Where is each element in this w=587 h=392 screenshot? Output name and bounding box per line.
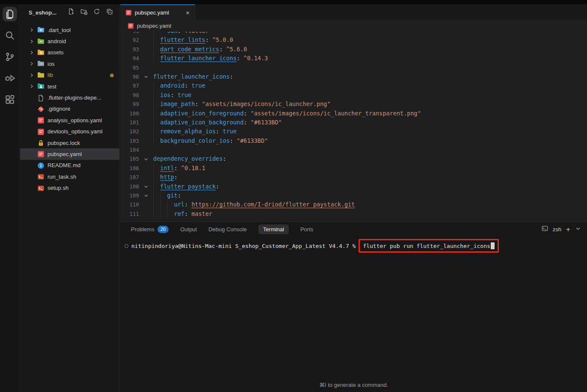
code-line-111[interactable]: 111ref: master — [120, 209, 587, 218]
refresh-icon[interactable] — [93, 8, 100, 17]
code-line-92[interactable]: 92flutter_lints: ^5.0.0 — [120, 35, 587, 44]
activitybar-extensions[interactable] — [3, 92, 17, 107]
chevron-down-icon[interactable] — [575, 226, 581, 233]
code-line-103[interactable]: 103background_color_ios: "#6133BD" — [120, 136, 587, 145]
code-line-110[interactable]: 110url: https://github.com/I-driod/flutt… — [120, 200, 587, 209]
code-text: flutter_launcher_icons: ^0.14.3 — [153, 54, 587, 63]
code-line-105[interactable]: 105dependency_overrides: — [120, 154, 587, 163]
run-debug-icon — [5, 73, 15, 83]
file-icon-shell — [37, 173, 44, 180]
fold-chevron-icon[interactable] — [139, 154, 153, 163]
tree-item-ios[interactable]: iOSios — [20, 58, 119, 69]
yaml-file-icon — [125, 9, 132, 16]
line-number: 98 — [120, 91, 139, 100]
code-line-98[interactable]: 98ios: true — [120, 91, 587, 100]
source-control-icon — [5, 52, 15, 62]
panel-tab-problems[interactable]: Problems20 — [131, 226, 169, 233]
file-icon-git — [37, 106, 44, 112]
panel-tab-output[interactable]: Output — [180, 226, 197, 233]
tree-item-lib[interactable]: lib — [20, 70, 119, 81]
activitybar-run-debug[interactable] — [3, 71, 17, 85]
line-number: 93 — [120, 45, 139, 54]
tree-item--flutter-plugins-depe-[interactable]: .flutter-plugins-depe... — [20, 92, 119, 103]
close-icon[interactable]: × — [185, 9, 190, 17]
code-line-102[interactable]: 102remove_alpha_ios: true — [120, 127, 587, 136]
terminal-prompt-line[interactable]: nitinpindoriya@Nitins-Mac-mini S_eshop_C… — [125, 239, 499, 253]
folder-icon-ios: iOS — [37, 60, 44, 67]
tree-item-label: analysis_options.yaml — [47, 117, 102, 124]
highlight-annotation-box: flutter pub run flutter_launcher_icons — [359, 239, 498, 253]
code-line-106[interactable]: 106intl: ^0.18.1 — [120, 164, 587, 173]
editor-area: pubspec.yaml × pubspec.yaml 91sdk: flutt… — [120, 4, 587, 392]
activitybar-explorer[interactable] — [3, 7, 17, 21]
code-line-101[interactable]: 101adaptive_icon_background: "#6133BD" — [120, 118, 587, 127]
panel-tab-terminal[interactable]: Terminal — [258, 224, 289, 234]
tree-item-readme-md[interactable]: README.md — [20, 160, 119, 171]
code-line-99[interactable]: 99image_path: "assets/images/icons/ic_la… — [120, 100, 587, 109]
tree-item-label: devtools_options.yaml — [47, 128, 103, 135]
panel-tab-ports[interactable]: Ports — [300, 226, 313, 233]
chevron-right-icon[interactable] — [29, 27, 37, 33]
panel-tab-label: Ports — [300, 226, 313, 233]
new-folder-icon[interactable] — [80, 8, 87, 17]
tree-item-run-task-sh[interactable]: run_task.sh — [20, 171, 119, 182]
file-icon-yaml — [37, 117, 44, 124]
code-line-107[interactable]: 107http: — [120, 173, 587, 182]
chevron-right-icon[interactable] — [29, 50, 37, 56]
panel-tab-label: Terminal — [263, 226, 284, 233]
bottom-panel: Problems20OutputDebug ConsoleTerminalPor… — [120, 221, 587, 392]
code-line-91[interactable]: 91sdk: flutter — [120, 32, 587, 35]
code-text: ref: master — [153, 209, 587, 218]
fold-chevron-icon[interactable] — [139, 191, 153, 200]
code-text: adaptive_icon_foreground: "assets/images… — [153, 109, 587, 118]
file-icon-info — [37, 162, 44, 169]
activitybar-source-control[interactable] — [3, 50, 17, 64]
collapse-all-icon[interactable] — [106, 8, 113, 17]
fold-chevron-icon[interactable] — [139, 72, 153, 81]
tree-item-label: lib — [47, 72, 53, 78]
search-icon — [5, 30, 15, 41]
git-modified-dot — [110, 74, 114, 77]
file-tree: .dart_toolandroidassetsiOSioslibtest.flu… — [20, 21, 119, 194]
editor-tab-bar: pubspec.yaml × — [120, 4, 587, 20]
tree-item-assets[interactable]: assets — [20, 47, 119, 58]
code-editor[interactable]: 91sdk: flutter92flutter_lints: ^5.0.093d… — [120, 32, 587, 221]
chevron-right-icon[interactable] — [29, 38, 37, 44]
tree-item-pubspec-lock[interactable]: pubspec.lock — [20, 137, 119, 148]
terminal-hint: ⌘I to generate a command. — [120, 382, 587, 388]
activitybar-search[interactable] — [3, 28, 17, 43]
panel-tab-label: Problems — [131, 226, 154, 233]
tree-item-test[interactable]: test — [20, 81, 119, 92]
tree-item--dart-tool[interactable]: .dart_tool — [20, 24, 119, 35]
tree-item-pubspec-yaml[interactable]: pubspec.yaml — [20, 148, 119, 159]
chevron-right-icon[interactable] — [29, 61, 37, 67]
terminal-cursor — [491, 242, 495, 249]
code-line-100[interactable]: 100adaptive_icon_foreground: "assets/ima… — [120, 109, 587, 118]
code-line-97[interactable]: 97android: true — [120, 81, 587, 90]
code-line-96[interactable]: 96flutter_launcher_icons: — [120, 72, 587, 81]
code-line-109[interactable]: 109git: — [120, 191, 587, 200]
code-line-95[interactable]: 95 — [120, 63, 587, 72]
code-line-93[interactable]: 93dart_code_metrics: ^5.6.0 — [120, 45, 587, 54]
new-file-icon[interactable] — [68, 8, 74, 17]
folder-icon-dart — [37, 27, 44, 33]
tree-item-label: run_task.sh — [47, 174, 76, 180]
tree-item-android[interactable]: android — [20, 35, 119, 47]
tree-item-devtools-options-yaml[interactable]: devtools_options.yaml — [20, 126, 119, 137]
breadcrumb[interactable]: pubspec.yaml — [120, 20, 587, 32]
chevron-right-icon[interactable] — [29, 72, 37, 78]
tab-pubspec-yaml[interactable]: pubspec.yaml × — [120, 4, 195, 20]
fold-chevron-icon[interactable] — [139, 182, 153, 191]
code-line-108[interactable]: 108flutter_paystack: — [120, 182, 587, 191]
line-number: 103 — [120, 136, 139, 145]
tree-item-setup-sh[interactable]: setup.sh — [20, 182, 119, 193]
code-line-94[interactable]: 94flutter_launcher_icons: ^0.14.3 — [120, 54, 587, 63]
tree-item--gitignore[interactable]: .gitignore — [20, 103, 119, 115]
chevron-right-icon[interactable] — [29, 83, 37, 89]
fold-gutter — [139, 127, 153, 136]
code-text: ios: true — [153, 91, 587, 100]
panel-tab-debug-console[interactable]: Debug Console — [208, 226, 247, 233]
tree-item-analysis-options-yaml[interactable]: analysis_options.yaml — [20, 115, 119, 126]
new-terminal-button[interactable]: + — [566, 226, 570, 233]
code-line-104[interactable]: 104 — [120, 145, 587, 154]
